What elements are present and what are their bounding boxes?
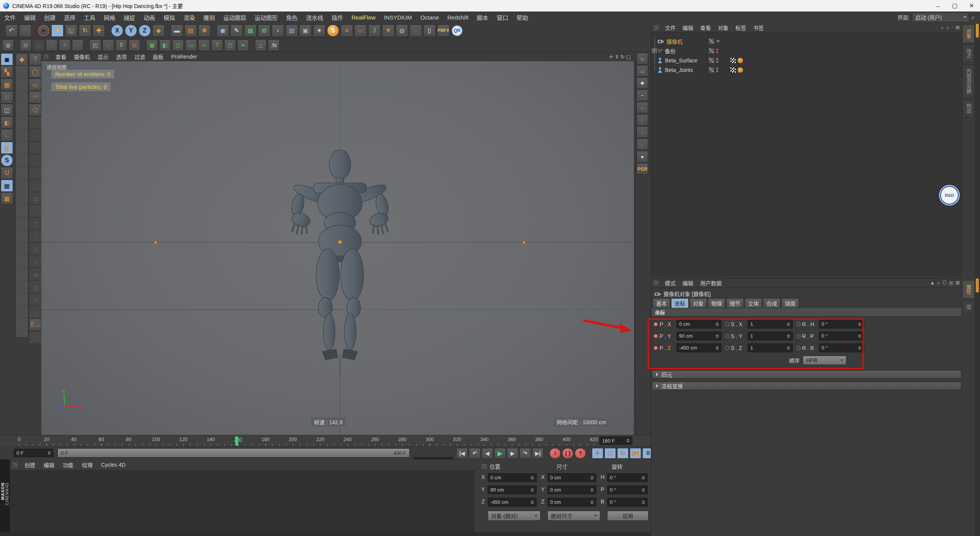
dock-grip[interactable] xyxy=(976,24,979,38)
attribute-panel-tab[interactable]: 层 xyxy=(962,300,975,314)
redo-icon[interactable]: ↷ xyxy=(19,25,31,37)
rotate-workplane-icon[interactable]: ▩ xyxy=(1,192,13,204)
om-menu-item[interactable]: 对象 xyxy=(714,23,732,32)
menu-item[interactable]: RealFlow xyxy=(347,11,380,23)
menu-item[interactable]: 角色 xyxy=(282,11,302,23)
menu-item[interactable]: 流水线 xyxy=(302,11,327,23)
hierarchy-flat-icon[interactable]: ⚍ xyxy=(637,65,648,77)
disabled-tool-17-icon[interactable]: ⬡ xyxy=(29,331,41,343)
right-panel-tab[interactable]: 对象 xyxy=(962,25,975,43)
am-menu-item[interactable]: 模式 xyxy=(662,278,679,288)
menu-item[interactable]: 创建 xyxy=(40,11,60,23)
pyramid-stack-icon[interactable]: △ xyxy=(255,39,266,51)
keyframe-selection-button[interactable]: ? xyxy=(575,448,586,459)
object-row-beta-surface[interactable]: Beta_Surface xyxy=(651,56,963,65)
move-down-icon[interactable]: ↓ xyxy=(637,139,648,150)
grid-points-icon[interactable]: ⠿ xyxy=(116,39,127,51)
menu-item[interactable]: 动画 xyxy=(139,11,159,23)
camera-target-icon[interactable]: ✛ xyxy=(716,39,720,44)
texture-mode-icon[interactable]: ▚ xyxy=(1,66,13,78)
previous-frame-button[interactable]: ◀ xyxy=(482,448,493,459)
workplane-mode-icon[interactable]: ▦ xyxy=(1,78,13,91)
expand-icon[interactable]: + xyxy=(652,48,657,53)
team-render-icon[interactable]: ▭ xyxy=(354,25,367,37)
minimize-button[interactable]: – xyxy=(929,0,946,11)
curve-cubes-icon[interactable]: ∿ xyxy=(198,39,210,51)
am-pin-icon[interactable]: ▲ xyxy=(930,280,935,286)
visibility-dots[interactable] xyxy=(716,68,718,72)
weight-tag-icon[interactable] xyxy=(730,57,736,64)
qr-icon[interactable]: QR xyxy=(451,25,463,37)
mograph-icon[interactable]: 3 xyxy=(368,25,381,37)
pos-y-field[interactable]: 90 cm xyxy=(488,485,537,494)
record-keyframe-button[interactable]: / xyxy=(549,448,561,459)
disabled-tool-6-icon[interactable] xyxy=(29,180,41,192)
move-tool-icon[interactable]: ✚ xyxy=(51,25,64,37)
fx-icon[interactable]: .fx xyxy=(268,39,279,51)
dock-grip[interactable] xyxy=(976,279,979,293)
edges-mode-icon[interactable]: ◫ xyxy=(1,104,13,116)
right-panel-tab[interactable]: 内容浏览器 xyxy=(962,64,975,98)
menu-item[interactable]: 文件 xyxy=(0,11,20,23)
spline-pen-icon[interactable]: ✎ xyxy=(230,25,243,37)
autokey-button[interactable]: ( ) xyxy=(562,448,573,459)
disabled-tool-8-icon[interactable] xyxy=(29,205,41,217)
spinner[interactable] xyxy=(626,437,630,444)
circle-selection-icon[interactable]: ◯ xyxy=(29,66,41,78)
points-select-icon[interactable]: ⁘ xyxy=(59,39,70,51)
corner-point-icon[interactable]: ◰ xyxy=(90,39,101,51)
attribute-tab[interactable]: 立体 xyxy=(745,298,762,308)
close-button[interactable]: ✕ xyxy=(963,0,980,11)
menu-item[interactable]: 运动跟踪 xyxy=(219,11,250,23)
material-menu-item[interactable]: 纹理 xyxy=(78,459,97,471)
apply-button[interactable]: 应用 xyxy=(607,511,648,521)
skin-tag-icon[interactable] xyxy=(738,58,743,63)
rot-b-field[interactable]: 0 ° xyxy=(607,498,648,507)
material-menu-item[interactable]: 创建 xyxy=(20,459,39,471)
interface-dropdown[interactable]: 启动 (用户) xyxy=(912,12,969,22)
arrange-vertical-icon[interactable]: ↕ xyxy=(637,114,648,126)
point-transfer-icon[interactable]: ⠿→ xyxy=(29,319,41,331)
panel-grip-icon[interactable] xyxy=(12,462,17,467)
render-view-icon[interactable]: ▬ xyxy=(171,25,183,37)
scene-camera-icon[interactable]: ▣ xyxy=(299,25,312,37)
object-row-beta-joints[interactable]: Beta_Joints xyxy=(651,65,963,75)
om-menu-item[interactable]: 标签 xyxy=(732,23,750,32)
viewport-menu-item[interactable]: 面板 xyxy=(149,52,167,61)
thinking-particles-icon[interactable]: ◌ xyxy=(410,25,422,37)
last-tool-icon[interactable]: ✚ xyxy=(93,25,105,37)
disabled-tool-1-icon[interactable] xyxy=(29,116,41,129)
size-z-field[interactable]: 0 cm xyxy=(547,498,596,507)
spinner[interactable] xyxy=(47,449,51,457)
menu-item[interactable]: 渲染 xyxy=(179,11,199,23)
current-frame-field[interactable]: 160 F xyxy=(599,436,632,445)
toggle-view-icon[interactable]: ▢ xyxy=(626,54,631,60)
panel-grip-icon[interactable] xyxy=(44,54,49,59)
start-frame-field[interactable]: 0 F xyxy=(14,449,54,457)
split-cube-icon[interactable]: ◫ xyxy=(172,39,184,51)
swirl-icon[interactable]: ❧ xyxy=(237,39,249,51)
lock-x-axis-icon[interactable]: X xyxy=(111,25,123,37)
pan-view-icon[interactable]: ✛ xyxy=(609,54,613,60)
om-menu-item[interactable]: 查看 xyxy=(697,23,714,32)
make-editable-icon[interactable]: ◍ xyxy=(2,39,14,51)
viewport-solo-icon[interactable]: ◉ xyxy=(1,142,13,154)
menu-item[interactable]: Octane xyxy=(416,11,443,23)
render-settings-icon[interactable]: ✱ xyxy=(198,25,211,37)
model-mode-icon[interactable]: ◼ xyxy=(1,53,13,65)
om-filter-icon[interactable]: ◦ xyxy=(951,25,953,31)
coordinates-section-header[interactable]: 坐标 xyxy=(652,308,961,316)
live-selection-icon[interactable]: ➤ xyxy=(38,25,50,37)
lasso-selection-icon[interactable]: ◠ xyxy=(29,91,41,103)
paste-disabled-icon[interactable]: ▨ xyxy=(33,39,44,51)
disabled-tool-9-icon[interactable]: ↥ xyxy=(29,217,41,230)
frame-range-slider[interactable]: 0 F 430 F xyxy=(57,448,410,458)
disabled-tool-10-icon[interactable]: ↧ xyxy=(29,230,41,242)
lock-y-axis-icon[interactable]: Y xyxy=(125,25,137,37)
hierarchy-expand-icon[interactable]: ⚌ xyxy=(637,53,648,64)
viewport-menu-item[interactable]: 查看 xyxy=(52,52,70,61)
next-key-button[interactable]: ↷ xyxy=(519,448,531,459)
size-mode-dropdown[interactable]: 绝对尺寸 xyxy=(547,511,600,521)
attribute-tab[interactable]: 坐标 xyxy=(671,298,689,308)
panel-grip-icon[interactable] xyxy=(482,464,487,469)
